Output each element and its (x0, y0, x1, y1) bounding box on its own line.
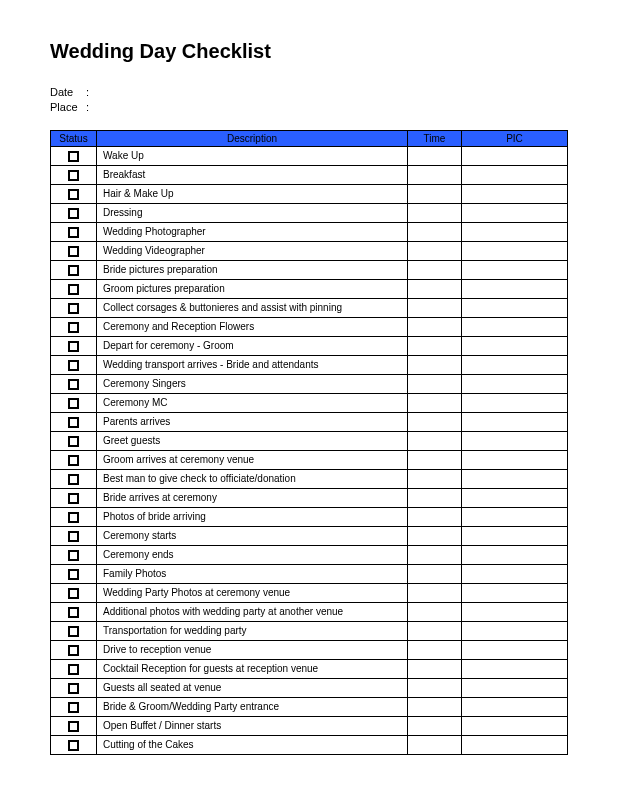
time-cell (408, 241, 462, 260)
description-cell: Collect corsages & buttonieres and assis… (97, 298, 408, 317)
status-cell (51, 621, 97, 640)
pic-cell (462, 260, 568, 279)
time-cell (408, 488, 462, 507)
checkbox-icon[interactable] (68, 398, 79, 409)
table-row: Guests all seated at venue (51, 678, 568, 697)
time-cell (408, 355, 462, 374)
checkbox-icon[interactable] (68, 493, 79, 504)
status-cell (51, 184, 97, 203)
checkbox-icon[interactable] (68, 607, 79, 618)
status-cell (51, 165, 97, 184)
checkbox-icon[interactable] (68, 303, 79, 314)
table-row: Depart for ceremony - Groom (51, 336, 568, 355)
table-row: Open Buffet / Dinner starts (51, 716, 568, 735)
description-cell: Bride & Groom/Wedding Party entrance (97, 697, 408, 716)
header-time: Time (408, 130, 462, 146)
checkbox-icon[interactable] (68, 379, 79, 390)
pic-cell (462, 241, 568, 260)
description-cell: Best man to give check to officiate/dona… (97, 469, 408, 488)
description-cell: Wake Up (97, 146, 408, 165)
status-cell (51, 374, 97, 393)
checkbox-icon[interactable] (68, 360, 79, 371)
checkbox-icon[interactable] (68, 588, 79, 599)
time-cell (408, 336, 462, 355)
checkbox-icon[interactable] (68, 189, 79, 200)
status-cell (51, 583, 97, 602)
pic-cell (462, 564, 568, 583)
checkbox-icon[interactable] (68, 284, 79, 295)
time-cell (408, 222, 462, 241)
table-row: Collect corsages & buttonieres and assis… (51, 298, 568, 317)
time-cell (408, 165, 462, 184)
checklist-table: Status Description Time PIC Wake UpBreak… (50, 130, 568, 755)
checkbox-icon[interactable] (68, 569, 79, 580)
table-row: Photos of bride arriving (51, 507, 568, 526)
checkbox-icon[interactable] (68, 151, 79, 162)
checkbox-icon[interactable] (68, 626, 79, 637)
checkbox-icon[interactable] (68, 436, 79, 447)
checkbox-icon[interactable] (68, 721, 79, 732)
checkbox-icon[interactable] (68, 531, 79, 542)
checkbox-icon[interactable] (68, 246, 79, 257)
pic-cell (462, 146, 568, 165)
description-cell: Depart for ceremony - Groom (97, 336, 408, 355)
checkbox-icon[interactable] (68, 417, 79, 428)
meta-row-date: Date : (50, 85, 568, 100)
checkbox-icon[interactable] (68, 645, 79, 656)
table-row: Groom arrives at ceremony venue (51, 450, 568, 469)
time-cell (408, 678, 462, 697)
checkbox-icon[interactable] (68, 550, 79, 561)
checkbox-icon[interactable] (68, 227, 79, 238)
table-row: Cutting of the Cakes (51, 735, 568, 754)
checkbox-icon[interactable] (68, 455, 79, 466)
status-cell (51, 355, 97, 374)
checkbox-icon[interactable] (68, 664, 79, 675)
meta-place-label: Place (50, 100, 86, 115)
status-cell (51, 431, 97, 450)
pic-cell (462, 431, 568, 450)
pic-cell (462, 279, 568, 298)
checkbox-icon[interactable] (68, 740, 79, 751)
checkbox-icon[interactable] (68, 341, 79, 352)
description-cell: Dressing (97, 203, 408, 222)
description-cell: Cocktail Reception for guests at recepti… (97, 659, 408, 678)
description-cell: Bride arrives at ceremony (97, 488, 408, 507)
time-cell (408, 317, 462, 336)
pic-cell (462, 393, 568, 412)
status-cell (51, 602, 97, 621)
checkbox-icon[interactable] (68, 474, 79, 485)
table-row: Additional photos with wedding party at … (51, 602, 568, 621)
description-cell: Wedding transport arrives - Bride and at… (97, 355, 408, 374)
table-row: Cocktail Reception for guests at recepti… (51, 659, 568, 678)
description-cell: Wedding Party Photos at ceremony venue (97, 583, 408, 602)
status-cell (51, 545, 97, 564)
pic-cell (462, 640, 568, 659)
description-cell: Family Photos (97, 564, 408, 583)
pic-cell (462, 222, 568, 241)
status-cell (51, 659, 97, 678)
description-cell: Open Buffet / Dinner starts (97, 716, 408, 735)
time-cell (408, 564, 462, 583)
description-cell: Ceremony ends (97, 545, 408, 564)
time-cell (408, 716, 462, 735)
checkbox-icon[interactable] (68, 208, 79, 219)
time-cell (408, 260, 462, 279)
table-row: Family Photos (51, 564, 568, 583)
checkbox-icon[interactable] (68, 322, 79, 333)
checkbox-icon[interactable] (68, 683, 79, 694)
checkbox-icon[interactable] (68, 702, 79, 713)
pic-cell (462, 355, 568, 374)
checkbox-icon[interactable] (68, 265, 79, 276)
description-cell: Drive to reception venue (97, 640, 408, 659)
checkbox-icon[interactable] (68, 170, 79, 181)
time-cell (408, 279, 462, 298)
time-cell (408, 469, 462, 488)
table-row: Ceremony starts (51, 526, 568, 545)
time-cell (408, 735, 462, 754)
pic-cell (462, 545, 568, 564)
checkbox-icon[interactable] (68, 512, 79, 523)
description-cell: Hair & Make Up (97, 184, 408, 203)
time-cell (408, 450, 462, 469)
pic-cell (462, 317, 568, 336)
pic-cell (462, 203, 568, 222)
